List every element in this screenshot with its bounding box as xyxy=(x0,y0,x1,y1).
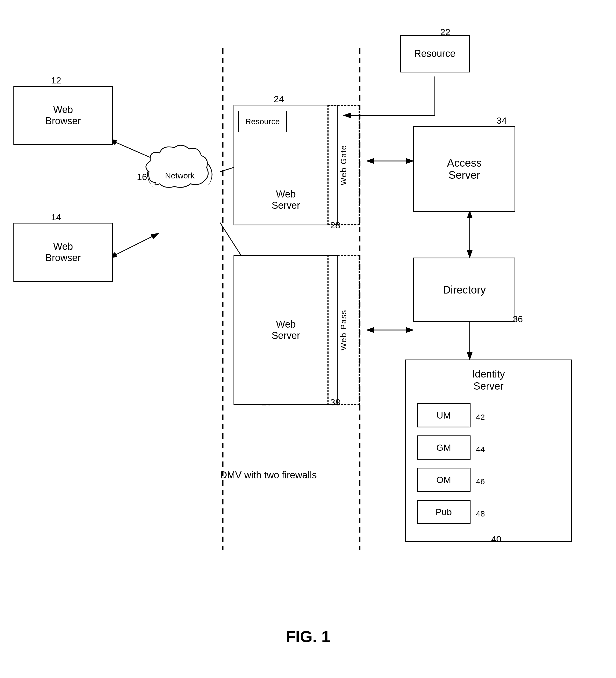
ref-12: 12 xyxy=(51,75,61,85)
fig-label: FIG. 1 xyxy=(286,627,330,646)
dmv-label: DMV with two firewalls xyxy=(188,469,349,481)
ref-36: 36 xyxy=(513,314,523,325)
resource-inner-box: Resource xyxy=(238,111,287,132)
ref-14: 14 xyxy=(51,212,61,222)
resource-top-box: Resource xyxy=(400,35,470,72)
web-browser-2-box: Web Browser xyxy=(13,223,113,282)
web-browser-1-box: Web Browser xyxy=(13,86,113,145)
gm-box: GM xyxy=(417,436,471,460)
web-server-1-box: Resource WebServer xyxy=(233,105,338,225)
directory-box: Directory xyxy=(413,258,515,322)
web-pass-box: Web Pass xyxy=(327,255,360,405)
diagram: 22 Resource 12 Web Browser 14 Web Browse… xyxy=(0,0,616,678)
svg-text:Network: Network xyxy=(165,171,195,180)
identity-server-box: Identity Server UM 42 GM 44 OM 46 Pub 48 xyxy=(405,360,572,542)
om-box: OM xyxy=(417,468,471,492)
network-cloud: Network xyxy=(140,140,220,206)
ref-40: 40 xyxy=(491,534,501,544)
web-server-2-box: Web Server xyxy=(233,255,338,405)
svg-line-5 xyxy=(115,233,158,255)
pub-box: Pub xyxy=(417,500,471,524)
ref-34: 34 xyxy=(497,115,507,126)
ref-24: 24 xyxy=(274,94,284,104)
um-box: UM xyxy=(417,403,471,427)
access-server-box: Access Server xyxy=(413,126,515,212)
web-gate-box: Web Gate xyxy=(327,105,360,225)
